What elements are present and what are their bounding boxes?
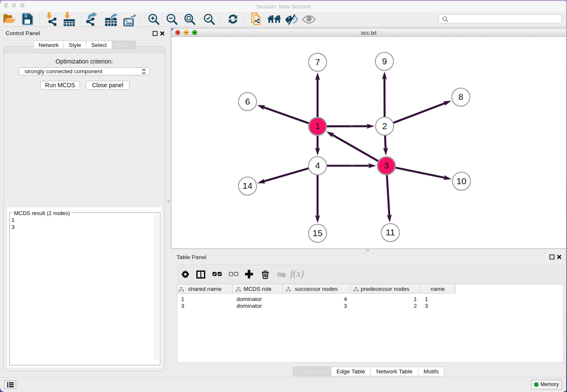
svg-text:8: 8: [458, 92, 463, 102]
svg-text:2: 2: [382, 121, 387, 131]
svg-text:15: 15: [313, 228, 322, 238]
svg-text:4: 4: [315, 160, 320, 170]
svg-text:7: 7: [315, 57, 320, 67]
svg-text:3: 3: [384, 160, 389, 170]
svg-text:11: 11: [386, 227, 395, 237]
svg-text:9: 9: [382, 56, 387, 66]
svg-text:1: 1: [315, 121, 320, 131]
svg-text:14: 14: [242, 181, 253, 190]
svg-text:6: 6: [245, 97, 250, 106]
svg-text:10: 10: [457, 176, 466, 186]
